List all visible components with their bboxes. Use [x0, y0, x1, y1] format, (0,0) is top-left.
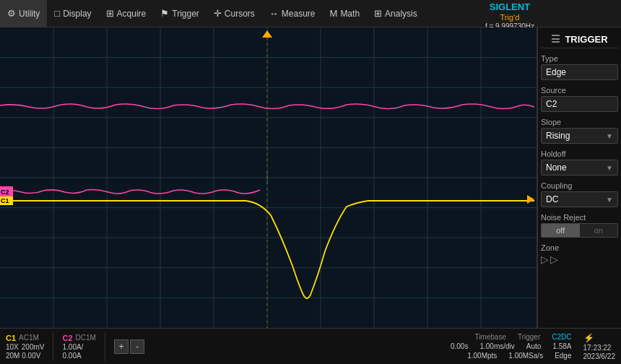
svg-text:C2: C2	[1, 188, 9, 196]
menu-cursors[interactable]: ✛ Cursors	[207, 0, 262, 27]
math-icon: Μ	[330, 8, 338, 19]
trigger-holdoff-row: Holdoff None ▼	[541, 150, 618, 176]
trigger-type: Edge	[555, 352, 571, 360]
trigger-panel-icon: ☰	[551, 33, 560, 45]
trigger-arrow-top	[262, 30, 272, 38]
scope-grid: C1 C2	[0, 27, 537, 328]
ch1-extra: 20M	[6, 352, 19, 360]
menu-display-label: Display	[63, 9, 91, 19]
menu-bar: ⚙ Utility □ Display ⊞ Acquire ⚑ Trigger …	[0, 0, 621, 27]
usb-icon: ⚡	[583, 333, 616, 343]
ch1-label: C1	[6, 334, 16, 342]
coupling-value[interactable]: DC ▼	[541, 191, 618, 207]
ch2dc-label: C2DC	[552, 333, 571, 341]
timebase-header-row: Timebase Trigger C2DC	[474, 333, 571, 341]
analysis-icon: ⊞	[374, 8, 382, 19]
trigger-status-label: Trigger	[518, 333, 540, 341]
trigger-level-marker	[527, 195, 534, 204]
trigger-source-row: Source C2	[541, 86, 618, 112]
menu-utility-label: Utility	[19, 9, 40, 19]
menu-math-label: Math	[340, 9, 360, 19]
measure-icon: ↔	[269, 8, 279, 19]
slope-value[interactable]: Rising ▼	[541, 128, 618, 144]
timebase-label: Timebase	[474, 333, 506, 341]
zone-arrows[interactable]: ▷▷	[541, 254, 618, 265]
menu-analysis[interactable]: ⊞ Analysis	[367, 0, 425, 27]
menu-trigger[interactable]: ⚑ Trigger	[153, 0, 207, 27]
menu-math[interactable]: Μ Math	[323, 0, 368, 27]
zone-row: Zone ▷▷	[541, 243, 618, 265]
zone-label: Zone	[541, 243, 618, 252]
utility-icon: ⚙	[7, 8, 16, 19]
acquire-icon: ⊞	[106, 8, 114, 19]
timebase-pts: 1.00Mpts	[467, 352, 497, 360]
coupling-dropdown-arrow: ▼	[606, 196, 613, 204]
date-display: 2023/6/22	[583, 352, 616, 360]
brand-section: SIGLENT Trig'd f = 9.999730Hz	[485, 1, 534, 31]
source-label: Source	[541, 86, 618, 95]
ch2-info: C2 DC1M 1.00A/ 0.00A	[62, 334, 95, 360]
noise-off-option[interactable]: off	[542, 224, 580, 237]
menu-analysis-label: Analysis	[385, 9, 417, 19]
trigger-icon: ⚑	[160, 8, 169, 19]
ch1-scale: 10X	[6, 343, 19, 351]
status-bar: C1 AC1M 10X 200mV 20M 0.00V C2 DC1M 1.00…	[0, 328, 621, 364]
menu-acquire-label: Acquire	[117, 9, 147, 19]
ch1-info: C1 AC1M 10X 200mV 20M 0.00V	[6, 334, 44, 360]
trigger-coupling-row: Coupling DC ▼	[541, 181, 618, 207]
type-value[interactable]: Edge	[541, 64, 618, 80]
timebase-pts-row: 1.00Mpts 1.00MSa/s Edge	[467, 352, 571, 360]
time-display: 17:23:22	[583, 344, 616, 352]
holdoff-value[interactable]: None ▼	[541, 160, 618, 176]
display-icon: □	[54, 8, 60, 19]
ch2dc-value: 1.58A	[552, 342, 571, 350]
svg-text:C1: C1	[1, 197, 9, 204]
trigger-slope-row: Slope Rising ▼	[541, 118, 618, 144]
menu-utility[interactable]: ⚙ Utility	[0, 0, 47, 27]
scope-screen: C1 C2	[0, 27, 537, 328]
noise-toggle[interactable]: off on	[541, 223, 618, 238]
ch2-label: C2	[62, 334, 72, 342]
noise-label: Noise Reject	[541, 213, 618, 222]
math-buttons: + -	[114, 339, 144, 354]
holdoff-label: Holdoff	[541, 150, 618, 158]
cursors-icon: ✛	[214, 8, 222, 19]
trigger-panel: ☰ TRIGGER Type Edge Source C2 Slope Risi…	[537, 27, 621, 328]
separator-1	[53, 332, 53, 361]
main-area: C1 C2 ☰ TRIGGER Type Edge Source C2 Slop…	[0, 27, 621, 328]
math-plus-button[interactable]: +	[114, 339, 129, 354]
timebase-section: Timebase Trigger C2DC 0.00s 1.00ms/div A…	[451, 333, 572, 360]
menu-display[interactable]: □ Display	[47, 0, 98, 27]
trig-status: Trig'd	[485, 13, 534, 22]
timebase-rate: 1.00MSa/s	[508, 352, 543, 360]
menu-measure-label: Measure	[282, 9, 316, 19]
slope-dropdown-arrow: ▼	[606, 132, 613, 140]
slope-label: Slope	[541, 118, 618, 126]
datetime-section: ⚡ 17:23:22 2023/6/22	[583, 333, 616, 360]
ch2-scale: 1.00A/	[62, 343, 83, 351]
type-label: Type	[541, 54, 618, 63]
trigger-type-row: Type Edge	[541, 54, 618, 80]
trigger-panel-title: ☰ TRIGGER	[541, 30, 618, 48]
math-minus-button[interactable]: -	[130, 339, 144, 354]
ch2-cur1: 0.00A	[62, 352, 81, 360]
menu-trigger-label: Trigger	[172, 9, 199, 19]
menu-cursors-label: Cursors	[225, 9, 255, 19]
noise-on-option[interactable]: on	[580, 224, 618, 237]
noise-reject-row: Noise Reject off on	[541, 213, 618, 238]
trigger-mode: Auto	[526, 342, 542, 350]
menu-measure[interactable]: ↔ Measure	[262, 0, 323, 27]
brand-name: SIGLENT	[485, 1, 534, 13]
separator-2	[105, 332, 105, 361]
timebase-tdiv: 1.00ms/div	[479, 342, 514, 350]
ch1-volt: 200mV	[22, 343, 45, 351]
menu-acquire[interactable]: ⊞ Acquire	[99, 0, 154, 27]
coupling-label: Coupling	[541, 181, 618, 190]
holdoff-dropdown-arrow: ▼	[606, 164, 613, 172]
ch1-cur1: 0.00V	[22, 352, 40, 360]
source-value[interactable]: C2	[541, 96, 618, 112]
timebase-values-row: 0.00s 1.00ms/div Auto 1.58A	[451, 342, 572, 350]
ch1-coupling: AC1M	[19, 334, 39, 342]
timebase-pos: 0.00s	[451, 342, 468, 350]
ch2-coupling: DC1M	[76, 334, 96, 342]
